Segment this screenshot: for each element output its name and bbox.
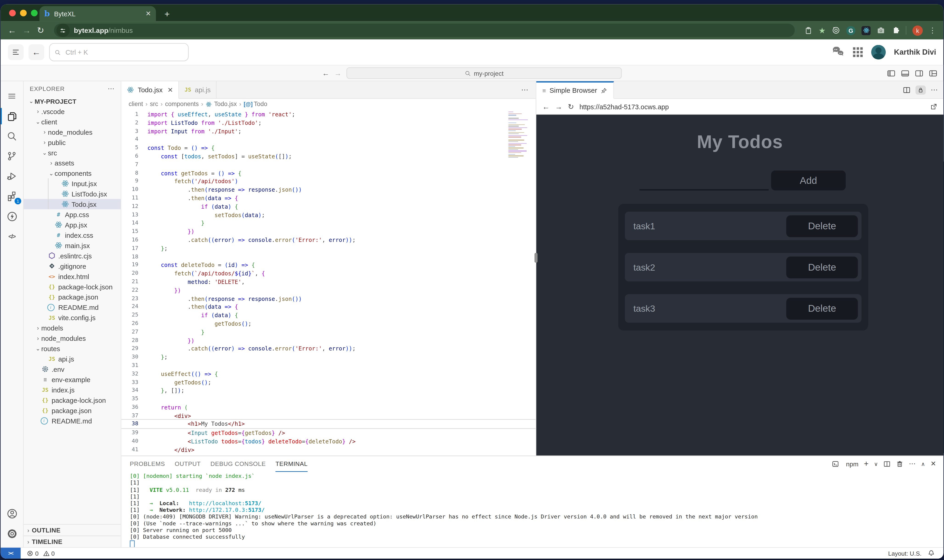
tree-item-todo-jsx[interactable]: Todo.jsx xyxy=(24,199,121,209)
breadcrumb-item[interactable]: client xyxy=(129,101,143,108)
code-line-34[interactable]: 34 }, []); xyxy=(122,386,536,395)
history-forward-icon[interactable]: → xyxy=(334,69,342,77)
tree-item-models[interactable]: ›models xyxy=(24,323,121,333)
tree-item-env-example[interactable]: ≡env-example xyxy=(24,374,121,385)
extensions-icon[interactable]: 1 xyxy=(1,186,23,206)
code-line-9[interactable]: 9 fetch('/api/todos') xyxy=(122,177,536,186)
sb-url[interactable]: https://a52had-5173.ocws.app xyxy=(579,103,669,110)
new-terminal-icon[interactable]: + xyxy=(864,460,869,469)
browser-menu-icon[interactable]: ⋮ xyxy=(929,26,936,35)
code-runner-icon[interactable]: </> xyxy=(1,226,23,246)
delete-todo-button[interactable]: Delete xyxy=(786,297,858,319)
thunder-client-icon[interactable] xyxy=(1,206,23,226)
code-line-39[interactable]: 39 <Input getTodos={getTodos} /> xyxy=(122,429,536,437)
site-settings-icon[interactable] xyxy=(56,24,69,37)
code-line-8[interactable]: 8 const getTodos = () => { xyxy=(122,169,536,177)
macos-traffic-lights[interactable] xyxy=(9,10,38,16)
sb-forward-icon[interactable]: → xyxy=(555,102,562,111)
explorer-actions-icon[interactable]: ⋯ xyxy=(108,85,115,92)
tab-close-icon[interactable]: ✕ xyxy=(146,10,151,17)
open-external-icon[interactable] xyxy=(930,103,937,110)
search-input[interactable] xyxy=(64,48,183,57)
code-line-21[interactable]: 21 method: 'DELETE', xyxy=(122,278,536,286)
toggle-secondary-sidebar-icon[interactable] xyxy=(915,69,923,77)
code-line-13[interactable]: 13 setTodos(data); xyxy=(122,211,536,219)
code-line-27[interactable]: 27 } xyxy=(122,328,536,336)
tree-item-assets[interactable]: ›assets xyxy=(24,158,121,168)
code-line-28[interactable]: 28 }) xyxy=(122,336,536,345)
nav-list-button[interactable] xyxy=(8,44,24,60)
toggle-panel-icon[interactable] xyxy=(901,69,909,77)
breadcrumb-item[interactable]: [@]Todo xyxy=(243,101,267,108)
tree-item-input-jsx[interactable]: Input.jsx xyxy=(24,178,121,189)
code-line-25[interactable]: 25 if (data) { xyxy=(122,311,536,320)
explorer-activity-icon[interactable] xyxy=(1,106,23,126)
source-control-icon[interactable] xyxy=(1,146,23,166)
breadcrumb-item[interactable]: components xyxy=(165,101,199,108)
tree-item--vscode[interactable]: ›.vscode xyxy=(24,106,121,116)
tree-item-client[interactable]: ⌄client xyxy=(24,116,121,127)
history-back-icon[interactable]: ← xyxy=(322,69,330,77)
tree-item-my-project[interactable]: ⌄MY-PROJECT xyxy=(24,96,121,106)
tab-todo-jsx[interactable]: Todo.jsx ✕ xyxy=(122,81,179,99)
tree-item-node-modules[interactable]: ›node_modules xyxy=(24,127,121,137)
panel-tab-debug-console[interactable]: DEBUG CONSOLE xyxy=(211,456,266,472)
command-search[interactable] xyxy=(49,43,189,61)
new-tab-button[interactable]: + xyxy=(164,9,169,19)
problems-status[interactable]: 0 0 xyxy=(27,550,55,557)
code-line-1[interactable]: 1import { useEffect, useState } from 're… xyxy=(122,111,536,118)
minimap[interactable] xyxy=(508,112,531,162)
tree-item-public[interactable]: ›public xyxy=(24,137,121,147)
address-bar[interactable]: bytexl.app/nimbus xyxy=(54,24,795,37)
browser-reload-icon[interactable]: ↻ xyxy=(37,26,44,35)
terminal-profile-label[interactable]: npm xyxy=(846,460,858,468)
code-line-12[interactable]: 12 if (data) { xyxy=(122,202,536,211)
code-line-4[interactable]: 4 xyxy=(122,135,536,144)
kill-terminal-icon[interactable] xyxy=(896,460,904,468)
tree-item-readme-md[interactable]: iREADME.md xyxy=(24,415,121,426)
tree-item--eslintrc-cjs[interactable]: .eslintrc.cjs xyxy=(24,251,121,261)
code-line-23[interactable]: 23 .then(response => response.json()) xyxy=(122,294,536,303)
close-tab-icon[interactable]: ✕ xyxy=(168,86,173,94)
code-line-22[interactable]: 22 }) xyxy=(122,286,536,294)
browser-forward-icon[interactable]: → xyxy=(23,26,31,35)
tree-item--env[interactable]: .env xyxy=(24,364,121,374)
menu-icon[interactable] xyxy=(1,86,23,106)
code-line-6[interactable]: 6 const [todos, setTodos] = useState([])… xyxy=(122,152,536,160)
code-line-24[interactable]: 24 .then(data => { xyxy=(122,303,536,311)
code-line-7[interactable]: 7 xyxy=(122,161,536,169)
grammarly-icon[interactable]: G xyxy=(847,26,856,35)
command-center-pill[interactable]: my-project xyxy=(346,67,622,79)
accounts-icon[interactable] xyxy=(1,503,23,523)
tree-item-index-html[interactable]: <>index.html xyxy=(24,271,121,282)
tree-item-package-lock-json[interactable]: {}package-lock.json xyxy=(24,282,121,292)
chat-support-icon[interactable] xyxy=(832,46,844,58)
code-line-10[interactable]: 10 .then(response => response.json()) xyxy=(122,186,536,194)
browser-profile-avatar[interactable]: k xyxy=(913,25,923,35)
split-drag-handle[interactable] xyxy=(534,253,537,263)
keyboard-layout[interactable]: Layout: U.S. xyxy=(888,550,921,557)
editor-actions-icon[interactable]: ⋯ xyxy=(521,86,536,94)
code-line-26[interactable]: 26 getTodos(); xyxy=(122,320,536,328)
code-line-30[interactable]: 30 }; xyxy=(122,353,536,361)
code-line-5[interactable]: 5const Todo = () => { xyxy=(122,144,536,152)
add-todo-button[interactable]: Add xyxy=(771,171,846,191)
panel-tab-output[interactable]: OUTPUT xyxy=(175,456,201,472)
tree-item-app-jsx[interactable]: App.jsx xyxy=(24,220,121,230)
code-line-19[interactable]: 19 const deleteTodo = (id) => { xyxy=(122,261,536,269)
code-line-38[interactable]: 38 <h1>My Todos</h1> xyxy=(122,419,536,429)
breadcrumb[interactable]: client›src›components›Todo.jsx›[@]Todo xyxy=(122,99,536,109)
code-line-15[interactable]: 15 }) xyxy=(122,228,536,236)
code-line-33[interactable]: 33 getTodos(); xyxy=(122,378,536,386)
settings-gear-icon[interactable] xyxy=(1,524,23,544)
code-line-17[interactable]: 17 }; xyxy=(122,244,536,252)
tree-item-components[interactable]: ⌄components xyxy=(24,168,121,178)
todo-input[interactable] xyxy=(639,171,768,191)
panel-tab-terminal[interactable]: TERMINAL xyxy=(276,456,308,472)
panel-more-icon[interactable]: ⋯ xyxy=(909,460,916,468)
notifications-bell-icon[interactable] xyxy=(928,550,935,557)
tree-item-node-modules[interactable]: ›node_modules xyxy=(24,333,121,343)
search-activity-icon[interactable] xyxy=(1,126,23,146)
maximize-window-icon[interactable] xyxy=(31,10,38,16)
tree-item-index-css[interactable]: #index.css xyxy=(24,230,121,240)
